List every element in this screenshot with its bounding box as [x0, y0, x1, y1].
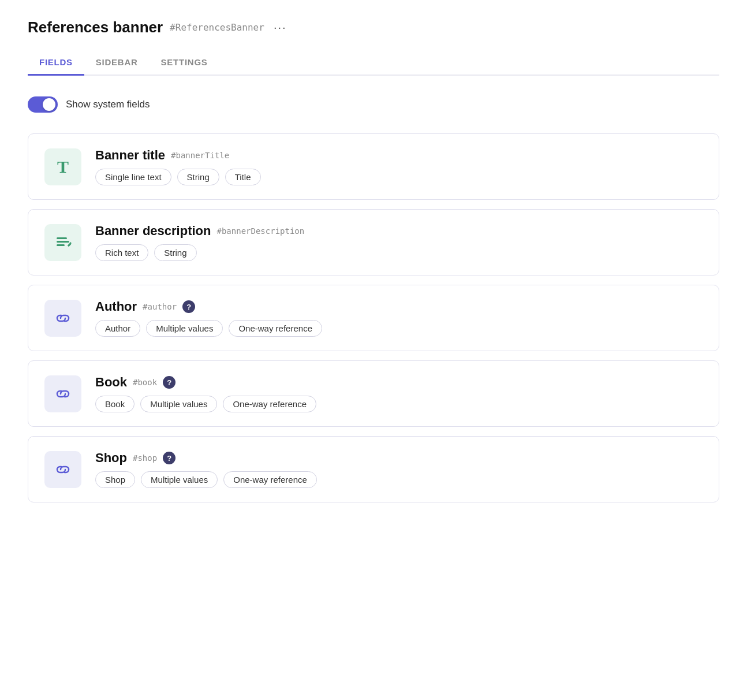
field-card-author: Author #author ? Author Multiple values …: [28, 285, 719, 351]
field-tags-banner-description: Rich text String: [95, 244, 703, 261]
field-tags-author: Author Multiple values One-way reference: [95, 320, 703, 337]
field-info-banner-title: Banner title #bannerTitle Single line te…: [95, 148, 703, 185]
field-tag: One-way reference: [229, 320, 322, 337]
tab-bar: FIELDS SIDEBAR SETTINGS: [28, 50, 719, 76]
help-icon-author[interactable]: ?: [182, 300, 195, 313]
field-tag: Title: [225, 169, 261, 185]
help-icon-book[interactable]: ?: [163, 376, 175, 389]
field-card-book: Book #book ? Book Multiple values One-wa…: [28, 360, 719, 427]
toggle-label: Show system fields: [66, 99, 150, 110]
richtext-icon: [54, 233, 72, 252]
link-icon: [53, 308, 73, 328]
field-info-book: Book #book ? Book Multiple values One-wa…: [95, 375, 703, 412]
field-hash-author: #author: [143, 302, 177, 311]
show-system-fields-toggle[interactable]: [28, 96, 58, 113]
link-icon: [53, 460, 73, 479]
svg-rect-1: [57, 241, 69, 243]
field-hash-book: #book: [133, 378, 157, 387]
field-icon-author: [44, 300, 81, 337]
field-tag: String: [177, 169, 219, 185]
field-tag: String: [154, 244, 196, 261]
toggle-thumb: [43, 98, 55, 111]
field-tags-banner-title: Single line text String Title: [95, 169, 703, 185]
field-icon-banner-title: T: [44, 148, 81, 185]
show-system-fields-row: Show system fields: [28, 96, 719, 113]
field-card-shop: Shop #shop ? Shop Multiple values One-wa…: [28, 436, 719, 502]
field-tag: Author: [95, 320, 140, 337]
field-tag: Multiple values: [140, 396, 217, 412]
tab-sidebar[interactable]: SIDEBAR: [84, 50, 150, 76]
field-tag: Multiple values: [141, 471, 218, 488]
fields-list: T Banner title #bannerTitle Single line …: [28, 133, 719, 502]
svg-rect-0: [57, 237, 67, 239]
field-icon-book: [44, 375, 81, 412]
field-card-banner-title: T Banner title #bannerTitle Single line …: [28, 133, 719, 200]
more-options-icon[interactable]: ···: [274, 21, 287, 34]
field-name-row-banner-title: Banner title #bannerTitle: [95, 148, 703, 163]
help-icon-shop[interactable]: ?: [163, 452, 175, 464]
field-icon-shop: [44, 451, 81, 488]
field-name-book: Book: [95, 375, 127, 390]
field-name-banner-title: Banner title: [95, 148, 165, 163]
field-name-row-banner-description: Banner description #bannerDescription: [95, 224, 703, 239]
field-name-author: Author: [95, 299, 137, 314]
field-name-row-author: Author #author ?: [95, 299, 703, 314]
field-tag: One-way reference: [223, 471, 317, 488]
field-hash-banner-description: #bannerDescription: [216, 226, 304, 236]
field-tag: Single line text: [95, 169, 171, 185]
link-icon: [53, 384, 73, 404]
page-hash: #ReferencesBanner: [170, 22, 264, 33]
field-card-banner-description: Banner description #bannerDescription Ri…: [28, 209, 719, 275]
field-tags-shop: Shop Multiple values One-way reference: [95, 471, 703, 488]
field-tag: Multiple values: [146, 320, 223, 337]
field-name-row-book: Book #book ?: [95, 375, 703, 390]
field-tag: Rich text: [95, 244, 148, 261]
field-icon-banner-description: [44, 224, 81, 261]
field-name-shop: Shop: [95, 450, 127, 466]
tab-settings[interactable]: SETTINGS: [150, 50, 219, 76]
field-tag: One-way reference: [223, 396, 316, 412]
field-tags-book: Book Multiple values One-way reference: [95, 396, 703, 412]
page-header: References banner #ReferencesBanner ···: [28, 18, 719, 36]
field-info-author: Author #author ? Author Multiple values …: [95, 299, 703, 337]
field-hash-shop: #shop: [133, 453, 157, 463]
page-title: References banner: [28, 18, 163, 36]
field-hash-banner-title: #bannerTitle: [171, 151, 229, 160]
field-tag: Shop: [95, 471, 135, 488]
field-name-banner-description: Banner description: [95, 224, 211, 239]
field-tag: Book: [95, 396, 135, 412]
field-name-row-shop: Shop #shop ?: [95, 450, 703, 466]
field-info-banner-description: Banner description #bannerDescription Ri…: [95, 224, 703, 261]
tab-fields[interactable]: FIELDS: [28, 50, 84, 76]
svg-rect-2: [57, 244, 65, 246]
text-icon: T: [57, 157, 69, 177]
field-info-shop: Shop #shop ? Shop Multiple values One-wa…: [95, 450, 703, 488]
